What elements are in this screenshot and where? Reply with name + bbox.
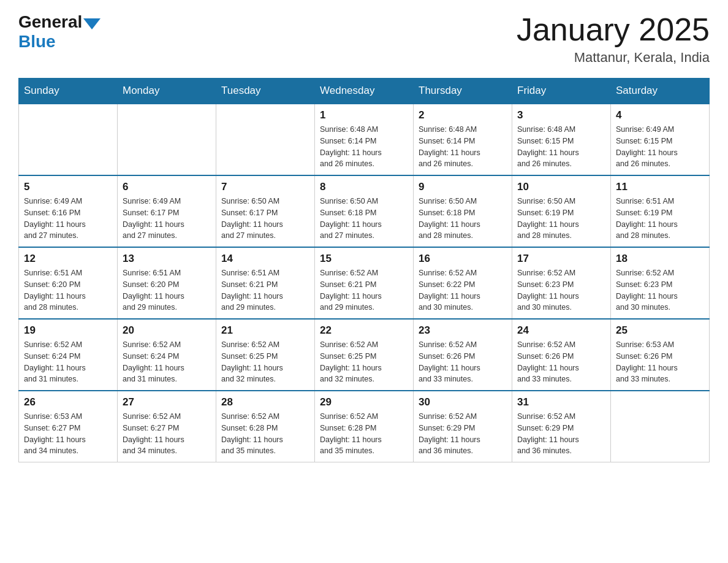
day-info: Sunrise: 6:53 AM Sunset: 6:26 PM Dayligh… <box>616 339 704 385</box>
calendar-cell: 6Sunrise: 6:49 AM Sunset: 6:17 PM Daylig… <box>118 175 216 247</box>
week-row-2: 5Sunrise: 6:49 AM Sunset: 6:16 PM Daylig… <box>19 175 710 247</box>
day-info: Sunrise: 6:50 AM Sunset: 6:18 PM Dayligh… <box>320 196 408 242</box>
day-number: 8 <box>320 181 408 193</box>
calendar-table: SundayMondayTuesdayWednesdayThursdayFrid… <box>18 78 710 462</box>
day-info: Sunrise: 6:51 AM Sunset: 6:19 PM Dayligh… <box>616 196 704 242</box>
day-number: 19 <box>24 324 112 337</box>
day-info: Sunrise: 6:48 AM Sunset: 6:14 PM Dayligh… <box>419 124 507 170</box>
day-info: Sunrise: 6:52 AM Sunset: 6:26 PM Dayligh… <box>419 339 507 385</box>
calendar-cell: 28Sunrise: 6:52 AM Sunset: 6:28 PM Dayli… <box>216 391 315 462</box>
day-number: 14 <box>221 253 309 265</box>
day-info: Sunrise: 6:48 AM Sunset: 6:14 PM Dayligh… <box>320 124 408 170</box>
weekday-header-row: SundayMondayTuesdayWednesdayThursdayFrid… <box>19 79 710 104</box>
weekday-header-tuesday: Tuesday <box>216 79 315 104</box>
day-number: 5 <box>24 181 112 193</box>
day-number: 29 <box>320 396 408 408</box>
calendar-cell: 25Sunrise: 6:53 AM Sunset: 6:26 PM Dayli… <box>611 319 710 391</box>
day-number: 10 <box>517 181 605 193</box>
calendar-cell: 23Sunrise: 6:52 AM Sunset: 6:26 PM Dayli… <box>414 319 512 391</box>
calendar-cell: 1Sunrise: 6:48 AM Sunset: 6:14 PM Daylig… <box>315 104 414 175</box>
calendar-cell: 18Sunrise: 6:52 AM Sunset: 6:23 PM Dayli… <box>611 247 710 319</box>
day-number: 28 <box>221 396 309 408</box>
calendar-cell <box>216 104 315 175</box>
day-number: 9 <box>419 181 507 193</box>
day-number: 16 <box>419 253 507 265</box>
day-number: 18 <box>616 253 704 265</box>
weekday-header-saturday: Saturday <box>611 79 710 104</box>
weekday-header-thursday: Thursday <box>414 79 512 104</box>
calendar-cell: 19Sunrise: 6:52 AM Sunset: 6:24 PM Dayli… <box>19 319 118 391</box>
calendar-cell: 2Sunrise: 6:48 AM Sunset: 6:14 PM Daylig… <box>414 104 512 175</box>
day-number: 1 <box>320 109 408 121</box>
day-number: 30 <box>419 396 507 408</box>
day-info: Sunrise: 6:52 AM Sunset: 6:23 PM Dayligh… <box>517 267 605 313</box>
calendar-cell <box>611 391 710 462</box>
day-info: Sunrise: 6:52 AM Sunset: 6:29 PM Dayligh… <box>517 411 605 457</box>
day-info: Sunrise: 6:52 AM Sunset: 6:27 PM Dayligh… <box>123 411 211 457</box>
day-info: Sunrise: 6:52 AM Sunset: 6:21 PM Dayligh… <box>320 267 408 313</box>
day-info: Sunrise: 6:52 AM Sunset: 6:24 PM Dayligh… <box>123 339 211 385</box>
logo: General Blue <box>18 12 100 52</box>
day-info: Sunrise: 6:52 AM Sunset: 6:23 PM Dayligh… <box>616 267 704 313</box>
logo-arrow-icon <box>83 18 100 29</box>
calendar-cell: 3Sunrise: 6:48 AM Sunset: 6:15 PM Daylig… <box>512 104 611 175</box>
location: Mattanur, Kerala, India <box>517 50 710 66</box>
calendar-cell <box>118 104 216 175</box>
day-info: Sunrise: 6:50 AM Sunset: 6:19 PM Dayligh… <box>517 196 605 242</box>
calendar-cell: 21Sunrise: 6:52 AM Sunset: 6:25 PM Dayli… <box>216 319 315 391</box>
weekday-header-monday: Monday <box>118 79 216 104</box>
calendar-cell: 17Sunrise: 6:52 AM Sunset: 6:23 PM Dayli… <box>512 247 611 319</box>
calendar-cell: 16Sunrise: 6:52 AM Sunset: 6:22 PM Dayli… <box>414 247 512 319</box>
day-info: Sunrise: 6:49 AM Sunset: 6:15 PM Dayligh… <box>616 124 704 170</box>
calendar-cell: 10Sunrise: 6:50 AM Sunset: 6:19 PM Dayli… <box>512 175 611 247</box>
day-info: Sunrise: 6:49 AM Sunset: 6:17 PM Dayligh… <box>123 196 211 242</box>
day-number: 13 <box>123 253 211 265</box>
calendar-cell: 8Sunrise: 6:50 AM Sunset: 6:18 PM Daylig… <box>315 175 414 247</box>
day-info: Sunrise: 6:49 AM Sunset: 6:16 PM Dayligh… <box>24 196 112 242</box>
calendar-cell <box>19 104 118 175</box>
day-number: 20 <box>123 324 211 337</box>
calendar-cell: 26Sunrise: 6:53 AM Sunset: 6:27 PM Dayli… <box>19 391 118 462</box>
calendar-cell: 14Sunrise: 6:51 AM Sunset: 6:21 PM Dayli… <box>216 247 315 319</box>
calendar-cell: 9Sunrise: 6:50 AM Sunset: 6:18 PM Daylig… <box>414 175 512 247</box>
calendar-cell: 4Sunrise: 6:49 AM Sunset: 6:15 PM Daylig… <box>611 104 710 175</box>
day-info: Sunrise: 6:51 AM Sunset: 6:20 PM Dayligh… <box>24 267 112 313</box>
calendar-cell: 7Sunrise: 6:50 AM Sunset: 6:17 PM Daylig… <box>216 175 315 247</box>
week-row-4: 19Sunrise: 6:52 AM Sunset: 6:24 PM Dayli… <box>19 319 710 391</box>
logo-general: General <box>18 12 82 32</box>
calendar-cell: 29Sunrise: 6:52 AM Sunset: 6:28 PM Dayli… <box>315 391 414 462</box>
week-row-5: 26Sunrise: 6:53 AM Sunset: 6:27 PM Dayli… <box>19 391 710 462</box>
day-info: Sunrise: 6:52 AM Sunset: 6:28 PM Dayligh… <box>320 411 408 457</box>
calendar-cell: 11Sunrise: 6:51 AM Sunset: 6:19 PM Dayli… <box>611 175 710 247</box>
day-number: 26 <box>24 396 112 408</box>
day-number: 11 <box>616 181 704 193</box>
day-number: 6 <box>123 181 211 193</box>
day-info: Sunrise: 6:52 AM Sunset: 6:28 PM Dayligh… <box>221 411 309 457</box>
day-info: Sunrise: 6:52 AM Sunset: 6:24 PM Dayligh… <box>24 339 112 385</box>
day-number: 15 <box>320 253 408 265</box>
day-number: 7 <box>221 181 309 193</box>
weekday-header-friday: Friday <box>512 79 611 104</box>
calendar-cell: 5Sunrise: 6:49 AM Sunset: 6:16 PM Daylig… <box>19 175 118 247</box>
day-info: Sunrise: 6:51 AM Sunset: 6:20 PM Dayligh… <box>123 267 211 313</box>
day-info: Sunrise: 6:50 AM Sunset: 6:17 PM Dayligh… <box>221 196 309 242</box>
calendar-cell: 22Sunrise: 6:52 AM Sunset: 6:25 PM Dayli… <box>315 319 414 391</box>
calendar-cell: 31Sunrise: 6:52 AM Sunset: 6:29 PM Dayli… <box>512 391 611 462</box>
page-header: General Blue January 2025 Mattanur, Kera… <box>18 12 710 66</box>
day-number: 21 <box>221 324 309 337</box>
day-info: Sunrise: 6:53 AM Sunset: 6:27 PM Dayligh… <box>24 411 112 457</box>
title-section: January 2025 Mattanur, Kerala, India <box>517 12 710 66</box>
calendar-cell: 27Sunrise: 6:52 AM Sunset: 6:27 PM Dayli… <box>118 391 216 462</box>
calendar-cell: 12Sunrise: 6:51 AM Sunset: 6:20 PM Dayli… <box>19 247 118 319</box>
calendar-cell: 15Sunrise: 6:52 AM Sunset: 6:21 PM Dayli… <box>315 247 414 319</box>
weekday-header-sunday: Sunday <box>19 79 118 104</box>
day-number: 27 <box>123 396 211 408</box>
day-number: 12 <box>24 253 112 265</box>
calendar-cell: 24Sunrise: 6:52 AM Sunset: 6:26 PM Dayli… <box>512 319 611 391</box>
day-number: 24 <box>517 324 605 337</box>
day-info: Sunrise: 6:52 AM Sunset: 6:22 PM Dayligh… <box>419 267 507 313</box>
day-number: 2 <box>419 109 507 121</box>
day-info: Sunrise: 6:51 AM Sunset: 6:21 PM Dayligh… <box>221 267 309 313</box>
day-info: Sunrise: 6:52 AM Sunset: 6:25 PM Dayligh… <box>320 339 408 385</box>
calendar-cell: 20Sunrise: 6:52 AM Sunset: 6:24 PM Dayli… <box>118 319 216 391</box>
